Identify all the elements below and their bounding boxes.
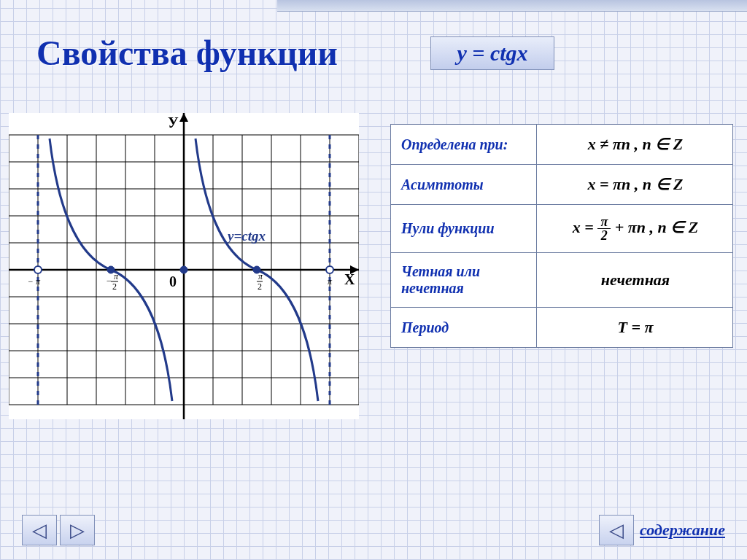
svg-text:π: π [36, 276, 41, 287]
svg-marker-27 [179, 113, 188, 122]
chevron-left-icon: ◁ [609, 519, 624, 542]
function-badge: у = ctgx [430, 36, 554, 70]
svg-text:−: − [107, 276, 112, 286]
svg-text:π: π [258, 271, 263, 281]
prop-val: нечетная [537, 253, 733, 308]
svg-text:−: − [28, 276, 34, 287]
nav-left: ◁ ▷ [22, 515, 95, 545]
origin-label: 0 [169, 273, 177, 289]
prop-key: Асимптоты [391, 165, 537, 205]
table-row: Асимптотыx = πn , n ∈ Z [391, 165, 733, 205]
prop-key: Период [391, 308, 537, 348]
table-row: Четная или нечетнаянечетная [391, 253, 733, 308]
svg-point-33 [34, 266, 42, 273]
toc-link[interactable]: содержание [640, 521, 725, 540]
top-ribbon [277, 0, 747, 12]
cot-graph: У Х 0 y=ctgx − π π −π2 π2 [9, 113, 359, 419]
chevron-left-icon: ◁ [32, 519, 47, 542]
table-row: Нули функцииx = π2 + πn , n ∈ Z [391, 205, 733, 253]
toc-back-button[interactable]: ◁ [599, 515, 634, 545]
svg-point-32 [180, 266, 187, 273]
curve-label: y=ctgx [226, 228, 266, 244]
svg-text:π: π [114, 271, 119, 281]
prop-val: x = πn , n ∈ Z [537, 165, 733, 205]
svg-point-34 [326, 266, 333, 273]
table-row: Определена при:x ≠ πn , n ∈ Z [391, 125, 733, 165]
prop-key: Четная или нечетная [391, 253, 537, 308]
axis-y-label: У [168, 114, 179, 131]
table-row: ПериодT = π [391, 308, 733, 348]
page-title: Свойства функции [36, 33, 338, 73]
svg-text:π: π [328, 276, 333, 287]
prop-val: T = π [537, 308, 733, 348]
nav-right: ◁ содержание [599, 515, 725, 545]
svg-text:2: 2 [112, 281, 117, 292]
svg-text:2: 2 [258, 281, 262, 292]
prev-button[interactable]: ◁ [22, 515, 57, 545]
prop-val: x ≠ πn , n ∈ Z [537, 125, 733, 165]
axis-x-label: Х [344, 271, 355, 287]
next-button[interactable]: ▷ [60, 515, 95, 545]
chevron-right-icon: ▷ [70, 519, 85, 542]
properties-table: Определена при:x ≠ πn , n ∈ Z Асимптотыx… [390, 124, 733, 348]
prop-key: Определена при: [391, 125, 537, 165]
prop-key: Нули функции [391, 205, 537, 253]
prop-val: x = π2 + πn , n ∈ Z [537, 205, 733, 253]
